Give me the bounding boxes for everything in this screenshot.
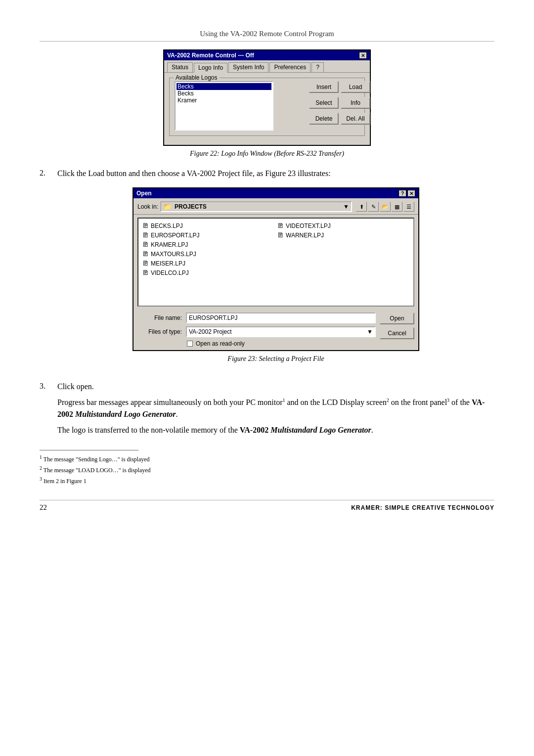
info-button[interactable]: Info — [341, 97, 370, 109]
filetype-dropdown[interactable]: VA-2002 Project ▼ — [186, 326, 376, 337]
filename-input[interactable] — [186, 312, 376, 323]
file-name: KRAMER.LPJ — [151, 241, 188, 248]
tab-status[interactable]: Status — [167, 62, 193, 72]
file-name: MEISER.LPJ — [151, 260, 185, 267]
filetype-row: Files of type: VA-2002 Project ▼ — [137, 326, 376, 337]
open-titlebar: Open ? ✕ — [134, 188, 418, 198]
item-3-para2: The logo is transferred to the non-volat… — [57, 424, 494, 436]
file-item — [276, 240, 410, 249]
file-icon: 🖹 — [142, 250, 149, 258]
logo-layout: Becks Becks Kramer Insert Load Sel — [175, 81, 359, 131]
tab-preferences[interactable]: Preferences — [269, 62, 311, 72]
footnote-3: 3 Item 2 in Figure 1 — [40, 476, 494, 485]
item-2-number: 2. — [40, 168, 51, 373]
para1-mid2: on the front panel — [389, 398, 447, 406]
click-open-text: Click open. — [57, 382, 94, 391]
open-toolbar: Look in: 📁 PROJECTS ▼ ⬆ ✎ 📂 ▦ ☰ — [134, 198, 418, 215]
list-item-2: 2. Click the Load button and then choose… — [40, 168, 494, 373]
readonly-checkbox[interactable] — [187, 341, 193, 347]
file-name: EUROSPORT.LPJ — [151, 232, 199, 239]
item-2-text: Click the Load button and then choose a … — [57, 168, 494, 179]
para1-start: Progress bar messages appear simultaneou… — [57, 398, 283, 406]
page-footer: 22 KRAMER: SIMPLE CREATIVE TECHNOLOGY — [40, 500, 494, 512]
cancel-button[interactable]: Cancel — [380, 327, 414, 339]
file-item[interactable]: 🖹 EUROSPORT.LPJ — [141, 231, 275, 239]
footnote-1: 1 The message "Sending Logo…" is display… — [40, 454, 494, 463]
file-item[interactable]: 🖹 VIDEOTEXT.LPJ — [276, 222, 410, 230]
folder-icon: 📁 — [163, 203, 172, 211]
available-logos-group: Available Logos Becks Becks Kramer Inser… — [169, 78, 365, 136]
new-folder-icon[interactable]: 📂 — [380, 202, 391, 212]
file-item[interactable]: 🖹 BECKS.LPJ — [141, 222, 275, 230]
list-item[interactable]: Kramer — [177, 97, 271, 104]
list-item[interactable]: Becks — [177, 90, 271, 97]
figure-23-wrapper: Open ? ✕ Look in: 📁 PROJECTS ▼ — [57, 187, 494, 363]
filename-row: File name: — [137, 312, 376, 323]
tab-system-info[interactable]: System Info — [228, 62, 268, 72]
create-folder-icon[interactable]: ✎ — [368, 202, 379, 212]
footnote-2-text: The message "LOAD LOGO…" is displayed — [44, 467, 151, 474]
file-name: VIDEOTEXT.LPJ — [286, 222, 331, 229]
up-folder-icon[interactable]: ⬆ — [356, 202, 367, 212]
list-item-3: 3. Click open. Progress bar messages app… — [40, 381, 494, 440]
insert-button[interactable]: Insert — [309, 81, 339, 93]
open-dialog: Open ? ✕ Look in: 📁 PROJECTS ▼ — [133, 187, 419, 351]
item-2-content: Click the Load button and then choose a … — [57, 168, 494, 373]
logos-listbox[interactable]: Becks Becks Kramer — [175, 81, 273, 131]
para1-mid: and on the LCD Display screen — [285, 398, 387, 406]
del-all-button[interactable]: Del. All — [341, 113, 370, 125]
file-item[interactable]: 🖹 MAXTOURS.LPJ — [141, 250, 275, 258]
figure-22-wrapper: VA-2002 Remote Control --- Off ✕ Status … — [40, 49, 494, 158]
list-view-icon[interactable]: ▦ — [392, 202, 402, 212]
open-title: Open — [136, 190, 152, 197]
para2-italic: Multistandard Logo Generator — [268, 426, 371, 434]
dropdown-arrow-icon[interactable]: ▼ — [343, 203, 349, 210]
filetype-label: Files of type: — [137, 328, 182, 335]
file-item[interactable]: 🖹 KRAMER.LPJ — [141, 240, 275, 249]
item-3-content: Click open. Progress bar messages appear… — [57, 381, 494, 440]
tab-help[interactable]: ? — [312, 62, 324, 72]
file-name: VIDELCO.LPJ — [151, 269, 189, 276]
lookin-label: Look in: — [137, 203, 158, 210]
item-3-para1: Progress bar messages appear simultaneou… — [57, 397, 494, 420]
close-icon[interactable]: ✕ — [359, 52, 367, 59]
logo-info-dialog: VA-2002 Remote Control --- Off ✕ Status … — [163, 49, 371, 146]
select-button[interactable]: Select — [309, 97, 339, 109]
open-bottom: File name: Files of type: VA-2002 Projec… — [134, 310, 418, 350]
file-item[interactable]: 🖹 VIDELCO.LPJ — [141, 268, 275, 277]
lookin-dropdown[interactable]: 📁 PROJECTS ▼ — [160, 201, 352, 212]
help-icon[interactable]: ? — [399, 190, 406, 197]
dropdown-arrow-icon: ▼ — [367, 328, 373, 335]
footnote-num-3: 3 — [40, 476, 42, 482]
file-icon: 🖹 — [142, 260, 149, 267]
file-icon: 🖹 — [142, 231, 149, 239]
filetype-value: VA-2002 Project — [189, 328, 232, 335]
files-area: 🖹 BECKS.LPJ 🖹 VIDEOTEXT.LPJ 🖹 EUROSPORT.… — [137, 218, 414, 307]
brand-text: KRAMER: SIMPLE CREATIVE TECHNOLOGY — [351, 504, 494, 511]
header-text: Using the VA-2002 Remote Control Program — [200, 30, 334, 38]
details-view-icon[interactable]: ☰ — [403, 202, 414, 212]
load-button[interactable]: Load — [341, 81, 370, 93]
figure-22-caption: Figure 22: Logo Info Window (Before RS-2… — [40, 150, 494, 158]
dialog-title: VA-2002 Remote Control --- Off — [167, 52, 254, 59]
file-icon: 🖹 — [277, 231, 284, 239]
para1-italic: Multistandard Logo Generator — [73, 410, 176, 418]
file-item[interactable]: 🖹 MEISER.LPJ — [141, 259, 275, 267]
delete-button[interactable]: Delete — [309, 113, 339, 125]
page-number: 22 — [40, 503, 47, 512]
para2-bold: VA-2002 — [240, 426, 268, 434]
file-item — [276, 250, 410, 258]
open-button[interactable]: Open — [380, 312, 414, 324]
footnote-num-1: 1 — [40, 454, 42, 460]
footnote-divider — [40, 450, 138, 450]
close-icon[interactable]: ✕ — [407, 190, 415, 197]
readonly-row: Open as read-only — [137, 340, 376, 347]
para1-end: . — [176, 410, 178, 418]
footnote-2: 2 The message "LOAD LOGO…" is displayed — [40, 465, 494, 474]
file-item[interactable]: 🖹 WARNER.LPJ — [276, 231, 410, 239]
list-item[interactable]: Becks — [177, 83, 271, 90]
dialog-titlebar: VA-2002 Remote Control --- Off ✕ — [164, 50, 370, 60]
tab-logo-info[interactable]: Logo Info — [194, 63, 227, 73]
para2-end: . — [371, 426, 373, 434]
tab-bar: Status Logo Info System Info Preferences… — [164, 60, 370, 73]
